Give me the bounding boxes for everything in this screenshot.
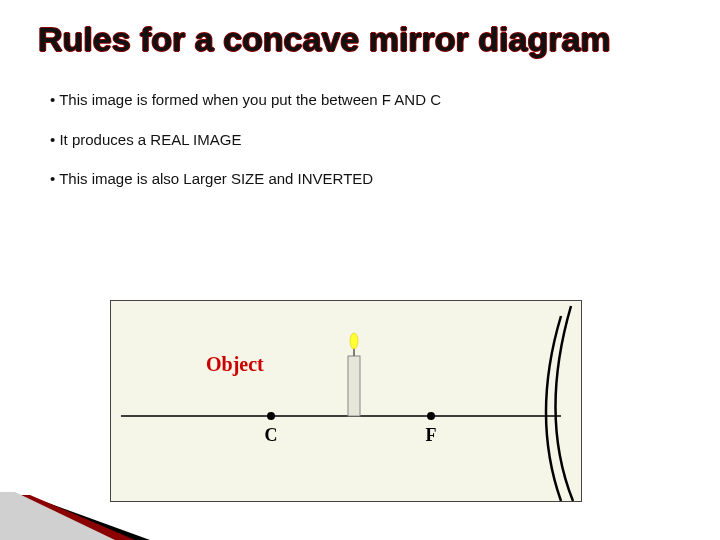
bullet-list: This image is formed when you put the be… [50,90,680,209]
bullet-item: It produces a REAL IMAGE [50,130,680,150]
bullet-item: This image is also Larger SIZE and INVER… [50,169,680,189]
point-c-label: C [265,425,278,445]
object-label: Object [206,353,264,376]
svg-marker-0 [0,500,150,540]
slide: Rules for a concave mirror diagram This … [0,0,720,540]
diagram-svg: C F Object [111,301,581,501]
candle-flame [350,333,358,349]
svg-marker-2 [0,492,115,540]
concave-mirror-diagram: C F Object [110,300,582,502]
mirror-arc-inner [555,306,573,501]
bullet-item: This image is formed when you put the be… [50,90,680,110]
candle-body [348,356,360,416]
point-f-label: F [426,425,437,445]
mirror-arc-outer [546,316,561,501]
slide-title: Rules for a concave mirror diagram [38,20,700,59]
point-f [427,412,435,420]
point-c [267,412,275,420]
